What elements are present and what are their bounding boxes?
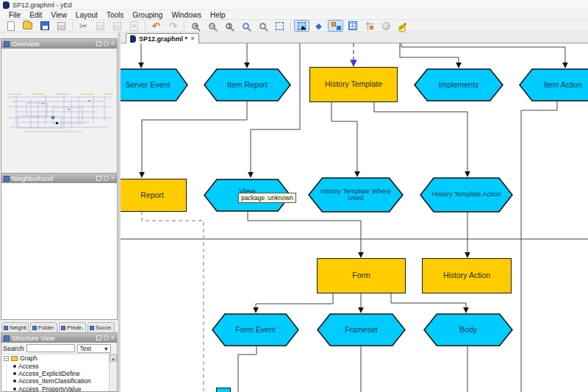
save-button[interactable]	[37, 20, 52, 32]
tree-root-label: Graph	[20, 354, 37, 362]
select-tool-button[interactable]	[294, 20, 309, 32]
dock-tab-row: Neighb.. Folder.. Prede.. Succe..	[1, 322, 115, 333]
overview-minimap[interactable]	[1, 49, 117, 174]
tab-close-icon[interactable]: ×	[190, 35, 195, 43]
node-server-event[interactable]: Server Event	[121, 68, 188, 101]
menu-tools[interactable]: Tools	[102, 11, 128, 19]
node-history-template[interactable]: History Template	[309, 67, 398, 102]
zoom-in-button[interactable]: +	[187, 20, 203, 32]
navigate-button[interactable]: ◆	[311, 20, 326, 32]
float-panel-icon[interactable]	[96, 176, 101, 181]
zoom-out-button[interactable]: −	[204, 20, 220, 32]
redo-button[interactable]: ↷	[165, 20, 181, 32]
node-partial-bottom[interactable]	[216, 388, 231, 392]
neighborhood-panel-header[interactable]: Neighborhood ×	[1, 174, 117, 183]
menu-file[interactable]: File	[4, 11, 25, 19]
node-item-action[interactable]: Item Action	[519, 68, 588, 101]
float-panel-icon[interactable]	[96, 41, 101, 46]
structure-view-header[interactable]: Structure View ×	[1, 333, 117, 343]
pin-panel-icon[interactable]	[104, 41, 109, 46]
menu-grouping[interactable]: Grouping	[128, 11, 167, 19]
edge	[401, 43, 565, 68]
close-panel-icon[interactable]: ×	[111, 41, 115, 46]
node-history-template-where-used[interactable]: History Template Where Used	[308, 177, 404, 213]
tree-scrollbar[interactable]: ▴	[109, 354, 117, 391]
fit-content-button[interactable]	[272, 20, 287, 32]
zoom-selection-button[interactable]	[255, 20, 270, 32]
menu-windows[interactable]: Windows	[167, 11, 206, 19]
edge	[391, 293, 466, 313]
delete-button[interactable]: ×	[126, 20, 142, 32]
yed-document-icon	[130, 35, 136, 43]
edge	[331, 102, 357, 177]
neighborhood-panel-icon	[4, 176, 10, 182]
overview-panel-header[interactable]: Overview ×	[1, 39, 117, 49]
group-button[interactable]	[379, 20, 394, 32]
node-bullet-icon	[13, 379, 16, 382]
collapse-icon[interactable]: −	[4, 356, 9, 361]
dock-tab-folder-contents[interactable]: Folder..	[30, 322, 57, 333]
node-frameset[interactable]: Frameset	[317, 313, 406, 346]
zoom-selection-icon	[259, 23, 266, 29]
structure-tree: − Graph Access Access_ExplicitDefine Acc…	[1, 354, 109, 391]
node-history-action[interactable]: History Action	[422, 258, 512, 293]
node-form[interactable]: Form	[317, 258, 406, 293]
zoom-interactive-button[interactable]	[238, 20, 254, 32]
navigate-diamond-icon: ◆	[315, 22, 321, 30]
zoom-original-button[interactable]: 1	[221, 20, 237, 32]
open-button[interactable]	[20, 20, 35, 32]
dock-tab-predecessors[interactable]: Prede..	[59, 322, 86, 333]
new-file-button[interactable]	[3, 20, 18, 32]
menu-layout[interactable]: Layout	[71, 11, 102, 19]
settings-button[interactable]	[395, 20, 411, 32]
pin-panel-icon[interactable]	[104, 335, 109, 341]
node-bullet-icon	[13, 388, 16, 391]
edge	[251, 43, 300, 177]
folder-icon	[11, 356, 18, 361]
copy-button[interactable]	[93, 20, 108, 32]
redo-icon: ↷	[169, 21, 177, 31]
paste-button[interactable]	[110, 20, 125, 32]
structure-search-row: Search Text ▾	[1, 343, 117, 354]
pin-panel-icon[interactable]	[104, 176, 109, 181]
grid-button[interactable]	[345, 20, 360, 32]
export-button[interactable]	[54, 20, 69, 32]
undo-button[interactable]: ↶	[148, 20, 164, 32]
node-item-report[interactable]: Item Report	[204, 68, 291, 101]
tree-root-row[interactable]: − Graph	[1, 354, 109, 362]
cut-button[interactable]: ✂	[76, 20, 91, 32]
edge	[521, 101, 557, 392]
float-panel-icon[interactable]	[96, 335, 101, 341]
node-body[interactable]: Body	[423, 313, 513, 346]
dock-tab-successors[interactable]: Succe..	[87, 322, 115, 333]
node-history-template-action[interactable]: History Template Action	[420, 177, 513, 213]
neighborhood-panel-body[interactable]	[1, 183, 117, 319]
snap-lines-icon	[365, 21, 374, 30]
tree-item[interactable]: Access_ItemClassification	[1, 377, 109, 385]
tree-item[interactable]: Access_ExplicitDefine	[1, 370, 109, 377]
menu-help[interactable]: Help	[206, 11, 230, 19]
tree-item[interactable]: Access	[1, 362, 109, 369]
node-implements[interactable]: Implements	[414, 68, 503, 101]
close-panel-icon[interactable]: ×	[111, 176, 115, 181]
search-input[interactable]	[26, 344, 75, 352]
close-panel-icon[interactable]: ×	[111, 335, 115, 341]
node-form-event[interactable]: Form Event	[212, 313, 299, 346]
snap-lines-button[interactable]	[362, 20, 377, 32]
node-report[interactable]: Report	[121, 179, 187, 212]
dock-tab-icon	[90, 326, 94, 330]
edge	[374, 102, 467, 177]
scroll-up-arrow[interactable]: ▴	[110, 354, 117, 362]
tree-item[interactable]: Access_PropertyValue	[1, 385, 109, 391]
layout-hierarchic-button[interactable]	[328, 20, 343, 32]
document-tab[interactable]: SP12.graphml * ×	[126, 33, 199, 43]
graph-canvas[interactable]: Server Event Item Report History Templat…	[121, 43, 588, 392]
dock-tab-neighborhood[interactable]: Neighb..	[1, 322, 29, 333]
search-filter-dropdown[interactable]: Text ▾	[77, 344, 111, 353]
dock-tab-icon	[4, 326, 8, 330]
toolbar-separator	[72, 21, 73, 31]
zoom-in-icon: +	[192, 23, 198, 29]
menu-edit[interactable]: Edit	[25, 11, 46, 19]
menu-view[interactable]: View	[46, 11, 71, 19]
toolbar-separator	[184, 21, 184, 31]
